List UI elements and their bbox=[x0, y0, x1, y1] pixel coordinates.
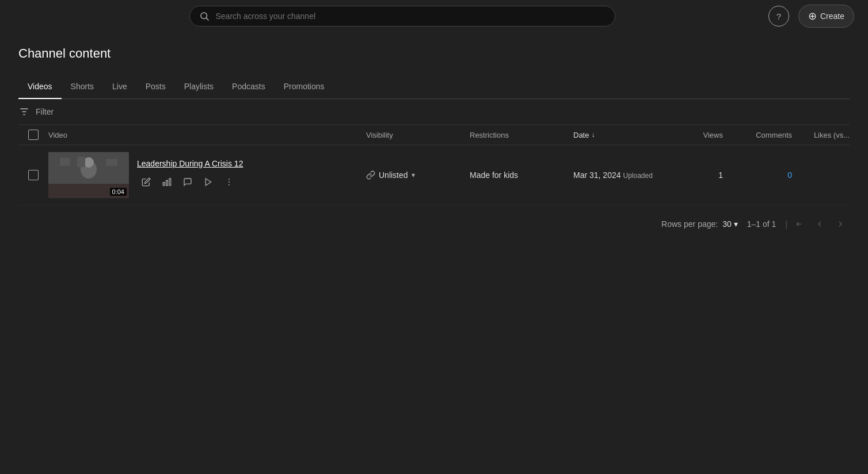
rows-per-page-label: Rows per page: bbox=[661, 219, 718, 229]
visibility-cell: Unlisted ▾ bbox=[366, 170, 470, 180]
video-title-link[interactable]: Leadership During A Crisis 12 bbox=[137, 159, 243, 168]
svg-rect-16 bbox=[163, 183, 165, 185]
bar-chart-icon bbox=[162, 177, 172, 187]
tabs-container: Videos Shorts Live Posts Playlists Podca… bbox=[18, 75, 850, 99]
header-views-col: Views bbox=[665, 131, 723, 139]
first-page-icon bbox=[794, 219, 804, 229]
create-label: Create bbox=[820, 12, 844, 21]
svg-rect-13 bbox=[106, 159, 117, 166]
next-page-icon bbox=[836, 219, 845, 229]
video-actions bbox=[137, 173, 243, 191]
topbar: ? ⊕ Create bbox=[0, 0, 868, 32]
filter-icon[interactable] bbox=[18, 106, 30, 117]
pagination: Rows per page: 30 ▾ 1–1 of 1 | bbox=[18, 206, 850, 242]
date-main: Mar 31, 2024 bbox=[573, 170, 621, 180]
thumbnail-wrapper: 0:04 bbox=[48, 152, 129, 198]
svg-rect-12 bbox=[77, 157, 85, 167]
svg-rect-14 bbox=[169, 179, 171, 185]
header-likes-col: Likes (vs... bbox=[792, 131, 850, 139]
search-icon bbox=[199, 11, 210, 21]
topbar-right: ? ⊕ Create bbox=[768, 5, 854, 28]
help-button[interactable]: ? bbox=[768, 6, 789, 26]
header-date-col[interactable]: Date ↓ bbox=[573, 131, 665, 139]
main-content: Channel content Videos Shorts Live Posts… bbox=[0, 32, 868, 256]
tab-playlists[interactable]: Playlists bbox=[175, 75, 223, 99]
analytics-button[interactable] bbox=[158, 173, 176, 191]
svg-rect-11 bbox=[60, 158, 70, 166]
filter-label[interactable]: Filter bbox=[36, 107, 54, 116]
row-checkbox-col bbox=[18, 170, 48, 180]
video-duration: 0:04 bbox=[110, 188, 127, 196]
tab-shorts[interactable]: Shorts bbox=[62, 75, 103, 99]
rows-per-page-value: 30 bbox=[722, 219, 732, 229]
create-button[interactable]: ⊕ Create bbox=[798, 5, 854, 28]
more-options-button[interactable] bbox=[220, 173, 238, 191]
tab-posts[interactable]: Posts bbox=[136, 75, 175, 99]
rows-select-chevron-icon: ▾ bbox=[734, 219, 738, 229]
comments-button[interactable] bbox=[178, 173, 197, 191]
preview-button[interactable] bbox=[199, 173, 218, 191]
tab-promotions[interactable]: Promotions bbox=[275, 75, 334, 99]
next-page-button[interactable] bbox=[831, 215, 850, 233]
date-sub: Uploaded bbox=[623, 172, 653, 180]
tab-videos[interactable]: Videos bbox=[18, 75, 62, 99]
svg-point-0 bbox=[201, 13, 207, 19]
search-input[interactable] bbox=[215, 12, 606, 21]
prev-page-button[interactable] bbox=[810, 215, 829, 233]
video-cell: 0:04 Leadership During A Crisis 12 bbox=[48, 152, 366, 198]
video-info: Leadership During A Crisis 12 bbox=[137, 159, 243, 191]
visibility-dropdown-icon[interactable]: ▾ bbox=[412, 171, 415, 179]
header-comments-col: Comments bbox=[723, 131, 792, 139]
header-restrictions-col: Restrictions bbox=[470, 131, 573, 139]
sort-arrow-icon: ↓ bbox=[591, 131, 595, 139]
comment-icon bbox=[183, 177, 192, 187]
play-icon bbox=[204, 177, 213, 187]
search-bar[interactable] bbox=[189, 6, 615, 26]
header-checkbox-col bbox=[18, 130, 48, 140]
svg-point-18 bbox=[229, 179, 230, 180]
tab-live[interactable]: Live bbox=[103, 75, 136, 99]
select-all-checkbox[interactable] bbox=[28, 130, 39, 140]
svg-line-1 bbox=[207, 18, 209, 20]
table-header: Video Visibility Restrictions Date ↓ Vie… bbox=[18, 125, 850, 145]
page-info: 1–1 of 1 bbox=[747, 219, 776, 229]
edit-button[interactable] bbox=[137, 173, 155, 191]
tab-podcasts[interactable]: Podcasts bbox=[223, 75, 275, 99]
create-plus-icon: ⊕ bbox=[808, 10, 817, 22]
rows-per-page: Rows per page: 30 ▾ bbox=[661, 219, 738, 229]
row-checkbox[interactable] bbox=[28, 170, 39, 180]
rows-per-page-select[interactable]: 30 ▾ bbox=[722, 219, 738, 229]
svg-point-20 bbox=[229, 184, 230, 185]
page-nav: | bbox=[785, 215, 850, 233]
link-icon bbox=[366, 170, 375, 180]
table-row: 0:04 Leadership During A Crisis 12 bbox=[18, 145, 850, 206]
views-cell: 1 bbox=[665, 170, 723, 180]
svg-rect-15 bbox=[166, 180, 168, 185]
svg-point-19 bbox=[229, 181, 230, 183]
pencil-icon bbox=[142, 177, 151, 187]
first-page-button[interactable] bbox=[790, 215, 808, 233]
visibility-text: Unlisted bbox=[379, 170, 408, 180]
header-visibility-col: Visibility bbox=[366, 131, 470, 139]
prev-page-icon bbox=[815, 219, 824, 229]
three-dots-icon bbox=[224, 177, 234, 187]
header-video-col: Video bbox=[48, 131, 366, 139]
date-cell: Mar 31, 2024 Uploaded bbox=[573, 170, 665, 180]
svg-marker-17 bbox=[205, 179, 211, 185]
page-title: Channel content bbox=[18, 46, 850, 61]
filter-bar: Filter bbox=[18, 99, 850, 125]
restrictions-cell: Made for kids bbox=[470, 170, 573, 180]
comments-cell: 0 bbox=[723, 170, 792, 180]
pipe-separator: | bbox=[785, 219, 787, 229]
